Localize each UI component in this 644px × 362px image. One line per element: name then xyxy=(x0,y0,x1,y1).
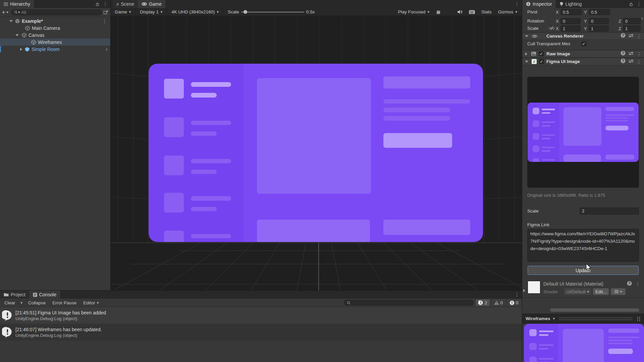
preview-resize-handle[interactable] xyxy=(559,317,633,320)
play-mode-dropdown[interactable]: Play Focused xyxy=(396,8,431,16)
warning-icon xyxy=(494,300,499,305)
material-foldout-icon[interactable] xyxy=(523,289,525,292)
console-search-input[interactable] xyxy=(344,300,474,306)
rotation-x-field[interactable]: 0 xyxy=(560,18,581,24)
canvas-renderer-header[interactable]: Canvas Renderer ? xyxy=(522,32,644,40)
log-entry[interactable]: [21:46:07] Wireframes has been updated. … xyxy=(0,324,522,341)
foldout-closed-icon[interactable] xyxy=(20,48,22,51)
foldout-open-icon[interactable] xyxy=(525,35,528,37)
mute-audio-icon[interactable] xyxy=(455,8,465,16)
foldout-open-icon[interactable] xyxy=(15,34,19,36)
tab-lighting[interactable]: Lighting xyxy=(556,0,586,8)
tab-scene[interactable]: Scene xyxy=(113,0,138,8)
frame-debugger-icon[interactable] xyxy=(434,8,443,16)
grip-icon[interactable] xyxy=(637,316,641,321)
cull-transparent-mesh-checkbox[interactable] xyxy=(581,41,586,46)
error-count-toggle[interactable]: 0 xyxy=(507,299,521,306)
display-dropdown[interactable]: Display 1 xyxy=(138,8,164,16)
scroll-up-icon[interactable] xyxy=(641,17,644,20)
hierarchy-row-example[interactable]: Example* xyxy=(0,17,110,24)
hierarchy-row-simple-room[interactable]: Simple Room xyxy=(0,46,110,53)
chevron-down-icon[interactable] xyxy=(553,316,555,321)
pivot-x-field[interactable]: 0.5 xyxy=(560,9,582,15)
scale-x-field[interactable]: 1 xyxy=(560,25,581,32)
prefab-open-chevron-icon[interactable] xyxy=(106,46,108,53)
warning-count-toggle[interactable]: 0 xyxy=(492,299,505,306)
lock-icon[interactable] xyxy=(629,2,633,6)
resolution-dropdown[interactable]: 4K UHD (3840x2160) xyxy=(169,8,221,16)
foldout-open-icon[interactable] xyxy=(9,20,13,22)
tab-console[interactable]: Console xyxy=(29,291,60,299)
scale-slider-thumb[interactable] xyxy=(244,10,247,14)
tab-hierarchy[interactable]: Hierarchy xyxy=(0,0,34,8)
raw-image-header[interactable]: Raw Image ? xyxy=(522,50,644,58)
shader-edit-button[interactable]: Edit... xyxy=(593,288,609,295)
horizontal-scrollbar[interactable] xyxy=(550,308,639,312)
scale-z-field[interactable]: 1 xyxy=(623,25,641,32)
error-pause-button[interactable]: Error Pause xyxy=(49,299,79,307)
component-menu-icon[interactable] xyxy=(637,51,641,57)
clear-dropdown-icon[interactable] xyxy=(18,301,24,305)
tab-label: Scene xyxy=(121,1,134,7)
info-icon xyxy=(526,2,531,6)
pivot-y-field[interactable]: 0.5 xyxy=(589,9,610,15)
shader-dropdown[interactable]: UI/Default xyxy=(564,288,591,295)
material-swatch[interactable] xyxy=(528,281,540,294)
help-icon[interactable]: ? xyxy=(621,33,626,39)
broken-link-icon[interactable] xyxy=(549,26,554,32)
search-filter-dropdown-icon[interactable] xyxy=(18,10,20,14)
presets-icon[interactable] xyxy=(629,59,634,65)
panel-menu-icon[interactable] xyxy=(515,1,519,7)
material-menu-icon[interactable] xyxy=(636,281,640,286)
hierarchy-row-main-camera[interactable]: Main Camera xyxy=(0,24,110,32)
create-dropdown-icon[interactable] xyxy=(6,10,8,14)
presets-icon[interactable] xyxy=(629,33,634,39)
hierarchy-row-wireframes[interactable]: Wireframes xyxy=(0,39,110,46)
scene-picker-icon[interactable] xyxy=(103,10,108,15)
figma-link-field[interactable]: https://www.figma.com/file/nYEIGw8iD7WPj… xyxy=(527,229,639,262)
create-object-button[interactable] xyxy=(2,9,5,15)
figma-scale-field[interactable]: 2 xyxy=(580,207,639,215)
inspector-panel: Inspector Lighting Pivot X 0.5 Y 0.5 Rot… xyxy=(522,0,644,362)
scene-menu-icon[interactable] xyxy=(102,18,107,24)
gizmos-dropdown[interactable]: Gizmos xyxy=(496,8,519,16)
hierarchy-row-canvas[interactable]: Canvas xyxy=(0,32,110,39)
tab-project[interactable]: Project xyxy=(0,291,29,299)
help-icon[interactable]: ? xyxy=(621,51,626,57)
component-enabled-checkbox[interactable] xyxy=(539,59,544,64)
figma-scale-label: Scale xyxy=(527,208,539,214)
help-icon[interactable]: ? xyxy=(627,281,632,287)
presets-icon[interactable] xyxy=(629,51,634,57)
foldout-open-icon[interactable] xyxy=(525,61,528,63)
editor-dropdown[interactable]: Editor xyxy=(80,299,102,307)
panel-menu-icon[interactable] xyxy=(637,1,641,7)
help-icon[interactable]: ? xyxy=(621,58,626,65)
panel-menu-icon[interactable] xyxy=(515,292,519,297)
clear-button[interactable]: Clear xyxy=(1,299,17,307)
info-count-toggle[interactable]: 2 xyxy=(476,299,489,306)
lock-icon[interactable] xyxy=(95,2,100,6)
figma-ui-image-header[interactable]: # Figma UI Image ? xyxy=(522,58,644,65)
component-enabled-checkbox[interactable] xyxy=(539,51,544,56)
preview-pane-header[interactable]: Wireframes xyxy=(522,314,644,323)
update-button[interactable]: Update xyxy=(528,266,639,275)
scale-slider[interactable] xyxy=(241,12,304,12)
hierarchy-search-input[interactable]: All xyxy=(11,9,102,15)
rotation-z-field[interactable]: 0 xyxy=(623,18,641,24)
collapse-button[interactable]: Collapse xyxy=(25,299,49,307)
component-menu-icon[interactable] xyxy=(637,34,641,39)
display-target-dropdown[interactable]: Game xyxy=(113,8,133,16)
component-menu-icon[interactable] xyxy=(637,59,641,64)
panel-menu-icon[interactable] xyxy=(103,1,108,7)
rotation-y-field[interactable]: 0 xyxy=(589,18,609,24)
material-list-dropdown[interactable] xyxy=(611,288,626,295)
tab-game[interactable]: Game xyxy=(138,0,165,8)
inspector-scrollbar[interactable] xyxy=(641,17,644,20)
tab-inspector[interactable]: Inspector xyxy=(522,0,556,8)
log-entry[interactable]: [21:45:51] Figma UI Image has been added… xyxy=(0,307,522,324)
keyboard-shortcuts-icon[interactable] xyxy=(467,8,477,16)
wireframe-right-line xyxy=(383,116,450,120)
foldout-closed-icon[interactable] xyxy=(525,52,527,56)
stats-toggle[interactable]: Stats xyxy=(479,8,494,16)
scale-y-field[interactable]: 1 xyxy=(589,25,609,32)
